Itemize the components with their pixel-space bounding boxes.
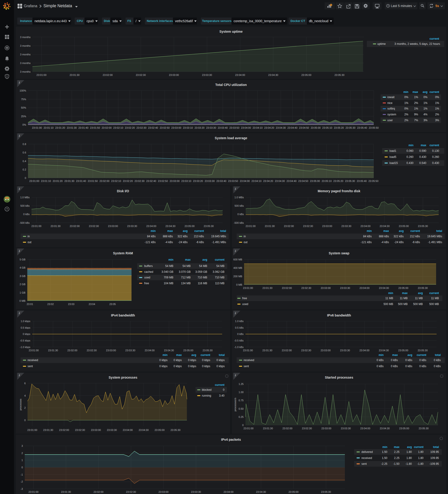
svg-text:23:01:30: 23:01:30	[67, 126, 77, 129]
svg-text:1.25: 1.25	[239, 383, 244, 385]
svg-text:23:04:00: 23:04:00	[224, 491, 234, 493]
svg-text:23:03:00: 23:03:00	[321, 349, 331, 352]
svg-text:current: current	[430, 144, 439, 147]
svg-text:23:01:00: 23:01:00	[36, 74, 47, 76]
svg-text:23:01:30: 23:01:30	[265, 225, 275, 227]
svg-text:avg: avg	[399, 229, 404, 233]
svg-text:23:01: 23:01	[27, 303, 33, 306]
svg-text:23:03:50: 23:03:50	[229, 126, 239, 129]
svg-text:max: max	[402, 292, 408, 295]
svg-text:23:03:30: 23:03:30	[340, 287, 350, 289]
svg-text:23:05:30: 23:05:30	[204, 225, 214, 227]
svg-text:processes: processes	[19, 398, 22, 410]
svg-text:min: min	[367, 229, 372, 233]
svg-text:23:02:30: 23:02:30	[89, 225, 99, 227]
svg-text:322 kBs: 322 kBs	[177, 235, 188, 238]
svg-text:-500 kBs: -500 kBs	[20, 222, 30, 224]
svg-text:23:01:40: 23:01:40	[76, 180, 86, 182]
svg-text:23:05:40: 23:05:40	[357, 126, 367, 129]
svg-text:3 months: 3 months	[20, 62, 31, 64]
svg-text:0 kBs: 0 kBs	[434, 365, 441, 368]
svg-text:23:05:30: 23:05:30	[345, 180, 355, 182]
svg-text:-2: -2	[21, 480, 23, 483]
svg-text:23:01:00: 23:01:00	[27, 429, 37, 432]
svg-text:load15: load15	[389, 161, 398, 165]
svg-text:23:04:30: 23:04:30	[276, 126, 286, 129]
svg-text:current: current	[194, 229, 204, 233]
svg-text:23:04:50: 23:04:50	[299, 126, 309, 129]
svg-text:1.0 kbps: 1.0 kbps	[21, 320, 30, 322]
svg-text:softirq: softirq	[387, 107, 395, 110]
svg-text:0 kBs: 0 kBs	[237, 213, 244, 216]
svg-text:23:05:00: 23:05:00	[154, 429, 165, 432]
svg-text:54 MB: 54 MB	[182, 264, 191, 268]
svg-text:23:02:30: 23:02:30	[87, 349, 97, 352]
svg-text:System load average: System load average	[215, 136, 247, 140]
svg-text:3 GB: 3 GB	[20, 275, 25, 277]
svg-text:1%: 1%	[435, 107, 439, 110]
svg-text:0.260: 0.260	[406, 155, 413, 159]
svg-text:avg: avg	[183, 229, 188, 233]
svg-text:23:01:30: 23:01:30	[61, 491, 71, 493]
svg-text:23:03:30: 23:03:30	[125, 349, 135, 352]
svg-text:avg: avg	[418, 292, 423, 295]
svg-text:23:03:00: 23:03:00	[322, 225, 332, 227]
svg-text:23:05:10: 23:05:10	[321, 180, 331, 182]
svg-text:104 MB: 104 MB	[164, 282, 173, 285]
svg-text:23:02:30: 23:02:30	[303, 225, 313, 227]
svg-text:23:04:50: 23:04:50	[298, 180, 308, 182]
svg-text:213 kBs: 213 kBs	[194, 235, 204, 238]
svg-text:-1.0 kbps: -1.0 kbps	[20, 346, 31, 348]
svg-text:0%: 0%	[435, 96, 439, 99]
svg-text:500 MB: 500 MB	[429, 302, 439, 306]
svg-text:1 GB: 1 GB	[20, 291, 25, 294]
svg-text:0: 0	[22, 466, 23, 469]
svg-text:current: current	[417, 353, 426, 357]
svg-text:500 MB: 500 MB	[398, 302, 408, 306]
svg-text:1.0 MBs: 1.0 MBs	[20, 196, 30, 199]
svg-text:23:04:00: 23:04:00	[360, 427, 370, 430]
svg-text:23:05:50: 23:05:50	[368, 180, 378, 182]
svg-text:current: current	[429, 292, 439, 295]
svg-text:23:02:10: 23:02:10	[113, 126, 123, 129]
svg-text:4%: 4%	[424, 113, 428, 116]
svg-text:total: total	[436, 229, 442, 233]
svg-text:400 MB: 400 MB	[233, 267, 242, 269]
svg-text:23:01:00: 23:01:00	[29, 349, 39, 352]
svg-text:23:01:30: 23:01:30	[262, 287, 272, 289]
svg-text:current: current	[430, 90, 439, 94]
svg-text:cached: cached	[144, 270, 153, 273]
svg-text:23:03:30: 23:03:30	[202, 74, 212, 76]
svg-text:3.062 GB: 3.062 GB	[212, 270, 224, 273]
svg-text:0: 0	[25, 177, 26, 179]
svg-text:avg: avg	[407, 445, 412, 449]
svg-text:322 kBs: 322 kBs	[394, 235, 404, 238]
svg-text:1%: 1%	[414, 96, 418, 99]
svg-text:0.4: 0.4	[23, 160, 26, 162]
svg-text:min: min	[168, 258, 173, 261]
svg-text:23:01:20: 23:01:20	[55, 126, 65, 129]
svg-text:11 MB: 11 MB	[431, 297, 439, 300]
svg-text:710 MB: 710 MB	[198, 276, 207, 279]
svg-text:23:04:00: 23:04:00	[240, 180, 250, 182]
svg-text:0.540: 0.540	[419, 161, 426, 165]
svg-text:23:04:20: 23:04:20	[263, 180, 273, 182]
svg-text:-1: -1	[21, 473, 23, 476]
svg-text:total: total	[433, 445, 439, 449]
svg-text:0 kbps: 0 kbps	[202, 358, 210, 362]
svg-text:0.430: 0.430	[406, 161, 413, 165]
svg-text:23:04:30: 23:04:30	[379, 287, 389, 289]
svg-text:23:04:20: 23:04:20	[264, 126, 274, 129]
svg-text:23:05:00: 23:05:00	[183, 349, 193, 352]
svg-text:-109.95: -109.95	[429, 462, 439, 466]
svg-text:1%: 1%	[414, 107, 418, 110]
svg-text:23:05:30: 23:05:30	[346, 126, 356, 129]
svg-text:min: min	[409, 144, 413, 147]
svg-text:current: current	[201, 353, 210, 357]
svg-text:19.645 MBs: 19.645 MBs	[211, 235, 226, 238]
svg-text:2%: 2%	[404, 119, 409, 122]
svg-text:used: used	[242, 302, 248, 306]
svg-text:23:01:50: 23:01:50	[90, 126, 100, 129]
svg-text:23:05:30: 23:05:30	[419, 427, 429, 430]
svg-text:0.25: 0.25	[239, 416, 244, 418]
